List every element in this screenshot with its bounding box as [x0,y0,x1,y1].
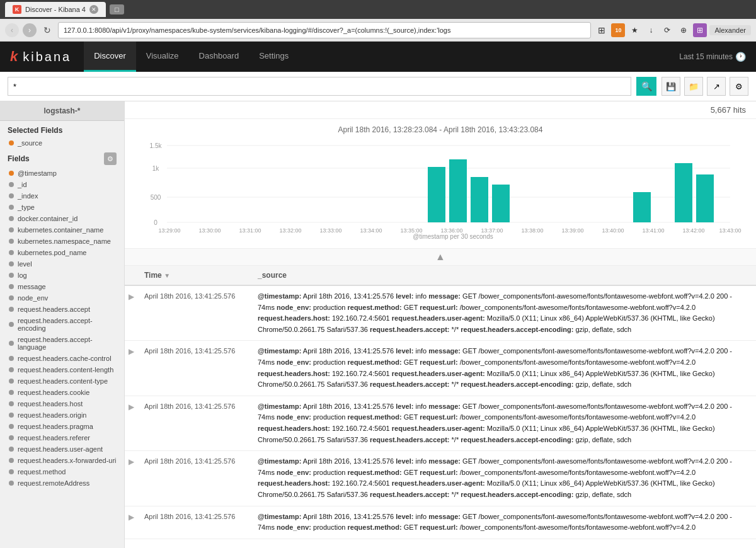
field-dot-icon [9,435,14,440]
chevron-up-icon: ▲ [435,251,445,262]
new-tab-button[interactable]: □ [110,4,124,14]
selected-fields-title: Selected Fields [0,121,124,137]
settings-button[interactable]: ⚙ [730,77,748,96]
histogram-chart: 1.5k 1k 500 0 @timestamp per 30 seconds [137,139,743,240]
results-table: Time ▼ _source ▶ April 18th 2016, 13:41:… [125,266,756,539]
field-kubernetes-container-name[interactable]: kubernetes.container_name [0,224,124,236]
field-req-headers-cookie[interactable]: request.headers.cookie [0,387,124,398]
table-header: Time ▼ _source [125,266,756,285]
field-indicator [9,140,14,146]
table-row: ▶ April 18th 2016, 13:41:25.576 @timesta… [125,341,756,396]
field-req-remote-address[interactable]: request.remoteAddress [0,477,124,489]
field-req-headers-accept[interactable]: request.headers.accept [0,304,124,315]
svg-text:13:43:00: 13:43:00 [719,227,741,234]
field-req-method[interactable]: request.method [0,466,124,477]
main-layout: logstash-* Selected Fields _source Field… [0,101,756,548]
time-col-header[interactable]: Time ▼ [138,266,251,285]
collapse-histogram-button[interactable]: ▲ [125,249,756,266]
field-req-headers-referer[interactable]: request.headers.referer [0,432,124,443]
extensions-icon[interactable]: ⊞ [595,23,609,37]
expand-row-button[interactable]: ▶ [125,506,138,539]
puzzle-icon[interactable]: ⊕ [677,23,690,37]
field-label: request.headers.referer [18,434,90,442]
nav-discover[interactable]: Discover [84,42,136,72]
refresh-button[interactable]: ↻ [40,23,54,37]
field-node-env[interactable]: node_env [0,292,124,304]
nav-settings[interactable]: Settings [249,42,299,72]
expand-row-button[interactable]: ▶ [125,341,138,396]
time-cell: April 18th 2016, 13:41:25.576 [138,451,251,506]
expand-row-button[interactable]: ▶ [125,285,138,341]
field-label: @timestamp [18,169,57,177]
save-search-button[interactable]: 💾 [662,77,680,96]
field-type[interactable]: _type [0,202,124,213]
bookmark-icon[interactable]: ★ [627,23,641,37]
nav-dashboard[interactable]: Dashboard [189,42,249,72]
time-range-label: Last 15 minutes [679,52,733,61]
fields-settings-button[interactable]: ⚙ [104,152,117,165]
field-label: request.headers.pragma [18,423,93,430]
field-label: request.headers.cookie [18,389,89,396]
histogram-area: April 18th 2016, 13:28:23.084 - April 18… [125,119,756,249]
field-index[interactable]: _index [0,190,124,202]
time-cell: April 18th 2016, 13:41:25.576 [138,341,251,396]
field-req-headers-cache-control[interactable]: request.headers.cache-control [0,353,124,364]
field-message[interactable]: message [0,281,124,292]
toolbar-icons: ⊞ 10 ★ ↓ ⟳ ⊕ ⊞ Alexander [595,23,751,37]
field-req-headers-origin[interactable]: request.headers.origin [0,409,124,421]
time-cell: April 18th 2016, 13:41:25.576 [138,285,251,341]
field-req-headers-user-agent[interactable]: request.headers.user-agent [0,443,124,455]
field-label: request.headers.content-type [18,377,108,385]
expand-row-button[interactable]: ▶ [125,451,138,506]
bar-6 [675,163,692,222]
search-button[interactable]: 🔍 [636,77,656,96]
user-badge[interactable]: Alexander [709,25,751,35]
bar-4 [492,185,510,222]
field-req-headers-content-length[interactable]: request.headers.content-length [0,364,124,375]
search-input[interactable] [8,77,631,96]
svg-text:13:39:00: 13:39:00 [561,227,583,234]
field-id[interactable]: _id [0,179,124,190]
field-dot-icon [9,481,14,486]
svg-text:1.5k: 1.5k [150,142,163,149]
field-req-headers-content-type[interactable]: request.headers.content-type [0,375,124,387]
share-button[interactable]: ↗ [707,77,726,96]
index-pattern[interactable]: logstash-* [0,101,124,121]
apps-icon[interactable]: ⊞ [693,23,707,37]
time-range-display[interactable]: Last 15 minutes 🕐 [679,52,746,62]
clock-icon: 🕐 [735,52,746,62]
browser-tab[interactable]: K Discover - Kibana 4 ✕ [5,2,106,17]
logo-icon: k [10,49,18,65]
field-req-headers-pragma[interactable]: request.headers.pragma [0,421,124,432]
nav-visualize[interactable]: Visualize [136,42,189,72]
field-dot-icon [9,171,14,176]
svg-text:13:32:00: 13:32:00 [279,227,301,234]
svg-text:0: 0 [154,219,158,226]
tab-close-button[interactable]: ✕ [89,5,98,14]
forward-button[interactable]: › [23,23,37,37]
download-icon[interactable]: ↓ [644,23,658,37]
fields-header: Fields ⚙ [0,149,124,168]
field-req-headers-host[interactable]: request.headers.host [0,398,124,409]
field-label: request.headers.origin [18,411,86,419]
field-dot-icon [9,356,14,361]
field-req-headers-accept-language[interactable]: request.headers.accept-language [0,334,124,353]
field-timestamp[interactable]: @timestamp [0,168,124,179]
content-area: 5,667 hits April 18th 2016, 13:28:23.084… [125,101,756,548]
url-bar[interactable] [58,22,591,38]
field-kubernetes-namespace-name[interactable]: kubernetes.namespace_name [0,236,124,247]
sync-icon[interactable]: ⟳ [660,23,674,37]
field-docker-container-id[interactable]: docker.container_id [0,213,124,224]
field-label: kubernetes.namespace_name [18,237,111,245]
field-label: request.headers.x-forwarded-uri [18,457,117,464]
load-search-button[interactable]: 📁 [684,77,703,96]
field-req-headers-accept-encoding[interactable]: request.headers.accept-encoding [0,315,124,334]
selected-field-source[interactable]: _source [0,137,124,149]
back-button[interactable]: ‹ [5,23,19,37]
field-req-headers-x-forwarded-uri[interactable]: request.headers.x-forwarded-uri [0,455,124,466]
field-dot-icon [9,250,14,255]
field-log[interactable]: log [0,270,124,281]
field-kubernetes-pod-name[interactable]: kubernetes.pod_name [0,247,124,258]
field-level[interactable]: level [0,258,124,270]
expand-row-button[interactable]: ▶ [125,396,138,450]
